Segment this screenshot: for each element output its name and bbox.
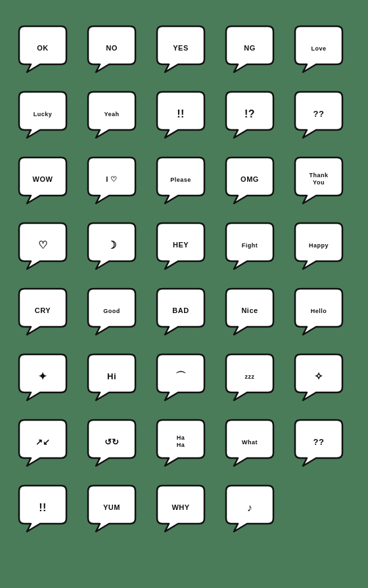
bubble-label: ?? bbox=[296, 109, 341, 119]
bubble-label: !! bbox=[158, 108, 203, 120]
bubble-label: Yeah bbox=[89, 111, 134, 118]
list-item[interactable]: Lucky bbox=[13, 85, 72, 144]
emoji-grid: OKNOYESNGLoveLuckyYeah!!!???WOWI ♡Please… bbox=[7, 13, 361, 545]
bubble-label: Happy bbox=[296, 242, 341, 249]
bubble-label: Lucky bbox=[20, 111, 65, 118]
bubble-label: Hi bbox=[89, 371, 134, 382]
bubble-label: NO bbox=[89, 44, 134, 52]
bubble-label: HEY bbox=[158, 241, 203, 249]
bubble-label: Nice bbox=[227, 306, 272, 315]
bubble-label: YES bbox=[158, 44, 203, 52]
list-item[interactable]: CRY bbox=[13, 282, 72, 341]
bubble-label: !? bbox=[227, 108, 272, 120]
bubble-label: ♪ bbox=[227, 501, 272, 514]
list-item[interactable]: zzz bbox=[220, 348, 279, 407]
list-item[interactable]: !! bbox=[13, 479, 72, 538]
bubble-label: WOW bbox=[20, 175, 65, 184]
list-item[interactable]: Fight bbox=[220, 217, 279, 276]
bubble-label: ↺↻ bbox=[89, 437, 134, 448]
bubble-label: WHY bbox=[158, 503, 203, 512]
list-item[interactable]: Happy bbox=[289, 217, 348, 276]
bubble-label: ✧ bbox=[296, 370, 341, 383]
bubble-label: YUM bbox=[89, 503, 134, 512]
list-item[interactable]: ?? bbox=[289, 413, 348, 472]
list-item[interactable]: Yeah bbox=[82, 85, 141, 144]
bubble-label: Fight bbox=[227, 242, 272, 249]
list-item[interactable]: ⌒ bbox=[151, 348, 210, 407]
list-item[interactable]: Thank You bbox=[289, 151, 348, 210]
list-item[interactable]: I ♡ bbox=[82, 151, 141, 210]
bubble-label: BAD bbox=[158, 306, 203, 315]
bubble-label: OK bbox=[20, 44, 65, 52]
list-item[interactable]: NO bbox=[82, 20, 141, 79]
list-item[interactable]: ↗↙ bbox=[13, 413, 72, 472]
list-item[interactable]: !? bbox=[220, 85, 279, 144]
bubble-label: ♡ bbox=[20, 239, 65, 251]
list-item[interactable]: Hi bbox=[82, 348, 141, 407]
bubble-label: Good bbox=[89, 308, 134, 315]
list-item[interactable]: OK bbox=[13, 20, 72, 79]
list-item[interactable]: HEY bbox=[151, 217, 210, 276]
bubble-label: I ♡ bbox=[89, 175, 134, 184]
list-item[interactable]: ✧ bbox=[289, 348, 348, 407]
list-item[interactable]: NG bbox=[220, 20, 279, 79]
list-item[interactable]: ☽ bbox=[82, 217, 141, 276]
list-item[interactable]: Good bbox=[82, 282, 141, 341]
bubble-label: ☽ bbox=[89, 239, 134, 251]
bubble-label: NG bbox=[227, 44, 272, 52]
bubble-label: OMG bbox=[227, 175, 272, 184]
list-item[interactable]: Love bbox=[289, 20, 348, 79]
list-item[interactable]: ?? bbox=[289, 85, 348, 144]
bubble-label: ?? bbox=[296, 437, 341, 448]
list-item[interactable]: WHY bbox=[151, 479, 210, 538]
bubble-label: Ha Ha bbox=[158, 434, 203, 449]
list-item[interactable]: YUM bbox=[82, 479, 141, 538]
bubble-label: What bbox=[227, 439, 272, 446]
bubble-label: ⌒ bbox=[158, 370, 203, 383]
list-item[interactable]: YES bbox=[151, 20, 210, 79]
list-item[interactable]: Nice bbox=[220, 282, 279, 341]
bubble-label: ↗↙ bbox=[20, 437, 65, 448]
list-item[interactable]: !! bbox=[151, 85, 210, 144]
bubble-label: Please bbox=[158, 177, 203, 184]
list-item[interactable]: Hello bbox=[289, 282, 348, 341]
list-item[interactable]: WOW bbox=[13, 151, 72, 210]
bubble-label: CRY bbox=[20, 306, 65, 315]
list-item[interactable]: BAD bbox=[151, 282, 210, 341]
bubble-label: zzz bbox=[227, 373, 272, 381]
list-item[interactable]: ✦ bbox=[13, 348, 72, 407]
list-item[interactable]: ♪ bbox=[220, 479, 279, 538]
bubble-label: !! bbox=[20, 501, 65, 514]
list-item[interactable]: ♡ bbox=[13, 217, 72, 276]
bubble-label: Love bbox=[296, 45, 341, 52]
list-item[interactable]: What bbox=[220, 413, 279, 472]
bubble-label: ✦ bbox=[20, 370, 65, 383]
list-item[interactable]: Ha Ha bbox=[151, 413, 210, 472]
bubble-label: Thank You bbox=[296, 172, 341, 186]
list-item[interactable]: OMG bbox=[220, 151, 279, 210]
list-item[interactable]: Please bbox=[151, 151, 210, 210]
list-item[interactable]: ↺↻ bbox=[82, 413, 141, 472]
bubble-label: Hello bbox=[296, 308, 341, 315]
